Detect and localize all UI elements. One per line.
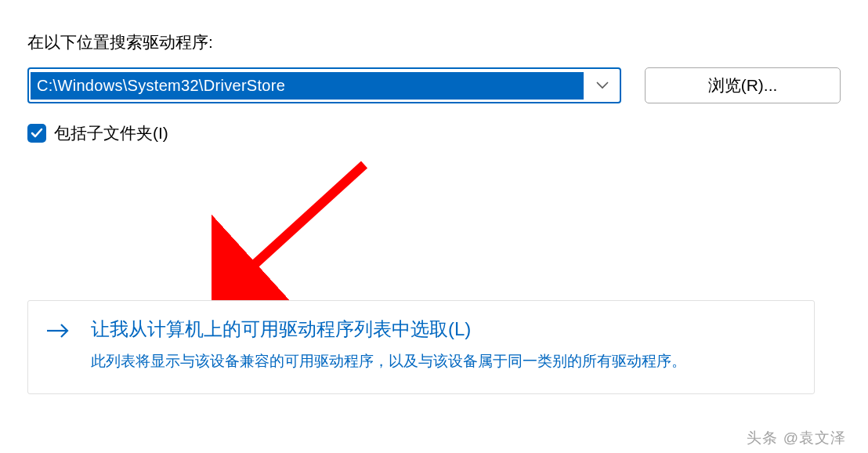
- include-subfolders-row[interactable]: 包括子文件夹(I): [27, 122, 841, 144]
- pick-from-list-option[interactable]: 让我从计算机上的可用驱动程序列表中选取(L) 此列表将显示与该设备兼容的可用驱动…: [27, 300, 815, 394]
- svg-line-1: [235, 165, 364, 282]
- include-subfolders-checkbox[interactable]: [27, 124, 46, 143]
- chevron-down-icon[interactable]: [585, 82, 620, 89]
- search-location-label: 在以下位置搜索驱动程序:: [27, 31, 841, 53]
- browse-button[interactable]: 浏览(R)...: [645, 67, 841, 103]
- watermark-text: 头条 @袁文泽: [747, 428, 846, 448]
- annotation-arrow-icon: [212, 157, 376, 313]
- path-row: C:\Windows\System32\DriverStore 浏览(R)...: [27, 67, 841, 103]
- pick-from-list-description: 此列表将显示与该设备兼容的可用驱动程序，以及与该设备属于同一类别的所有驱动程序。: [91, 350, 797, 373]
- include-subfolders-label[interactable]: 包括子文件夹(I): [54, 122, 168, 144]
- pick-from-list-title: 让我从计算机上的可用驱动程序列表中选取(L): [91, 317, 797, 342]
- driver-path-value[interactable]: C:\Windows\System32\DriverStore: [31, 72, 584, 100]
- driver-path-combobox[interactable]: C:\Windows\System32\DriverStore: [27, 67, 621, 103]
- arrow-right-icon: [45, 321, 71, 343]
- pick-from-list-content: 让我从计算机上的可用驱动程序列表中选取(L) 此列表将显示与该设备兼容的可用驱动…: [91, 317, 797, 373]
